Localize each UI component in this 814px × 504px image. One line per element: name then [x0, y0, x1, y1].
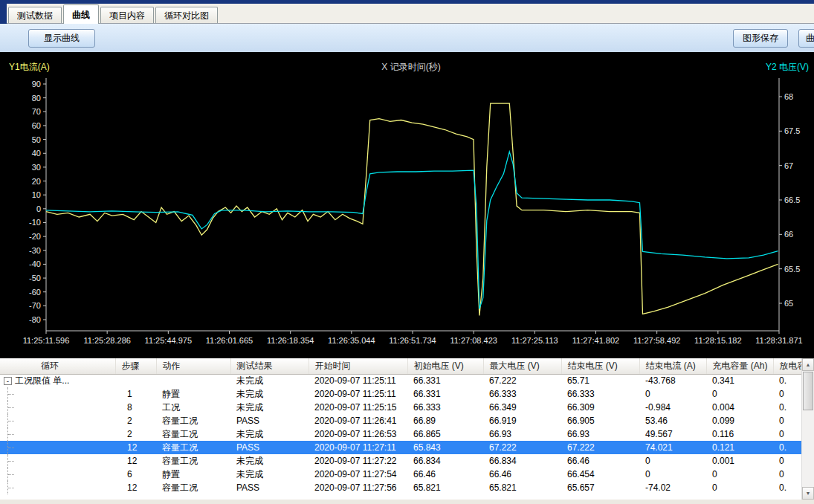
down-arrow-icon: ▼ [806, 491, 811, 496]
tab-cycle-comparison[interactable]: 循环对比图 [155, 7, 218, 23]
table-cell: 0 [706, 468, 773, 481]
tree-connector [7, 414, 15, 427]
table-cell: 2020-09-07 11:25:15 [309, 401, 407, 414]
x-tick-label: 11:25:28.286 [83, 336, 130, 345]
table-cell: 2020-09-07 11:26:41 [309, 414, 407, 427]
table-cell: 67.222 [561, 441, 639, 454]
table-cell: 容量工况 [156, 481, 230, 494]
table-row[interactable]: 12容量工况PASS2020-09-07 11:27:5665.82165.82… [0, 481, 814, 494]
table-cell: 2 [115, 427, 156, 441]
x-tick-label: 11:27:41.802 [572, 336, 619, 345]
table-cell: 66.834 [483, 454, 561, 468]
table-cell: 未完成 [230, 374, 309, 387]
table-cell: 0.004 [706, 401, 773, 414]
vertical-scrollbar[interactable]: ▲ ▼ [801, 358, 814, 500]
table-cell: 53.46 [639, 414, 706, 427]
column-header[interactable]: 结束电压 (V) [561, 358, 639, 374]
table-cell: 8 [115, 401, 156, 414]
table-cell: 2020-09-07 11:25:11 [309, 387, 407, 401]
table-row[interactable]: 1静置未完成2020-09-07 11:25:1166.33166.33366.… [0, 387, 814, 401]
tree-connector [7, 441, 15, 454]
window-bottom-edge [0, 500, 814, 504]
table-cell: 65.821 [407, 481, 483, 494]
table-row[interactable]: 12容量工况PASS2020-09-07 11:27:1165.84367.22… [0, 441, 814, 454]
tab-project-content[interactable]: 项目内容 [100, 7, 154, 23]
scrollbar-thumb[interactable] [803, 372, 813, 410]
y2-tick-label: 66.5 [784, 196, 800, 204]
scroll-up-button[interactable]: ▲ [802, 358, 814, 371]
column-header[interactable]: 测试结果 [230, 358, 309, 374]
column-header[interactable]: 动作 [156, 358, 230, 374]
y1-tick-label: 20 [32, 177, 41, 186]
column-header[interactable]: 最大电压 (V) [483, 358, 561, 374]
column-header[interactable]: 充电容量 (Ah) [706, 358, 773, 374]
column-header[interactable]: 结束电流 (A) [639, 358, 706, 374]
table-cell: PASS [230, 414, 309, 427]
step-results-panel: 循环步骤动作测试结果开始时间初始电压 (V)最大电压 (V)结束电压 (V)结束… [0, 358, 814, 504]
table-cell [0, 427, 115, 441]
save-graphic-button[interactable]: 图形保存 [733, 29, 788, 48]
column-header[interactable]: 步骤 [115, 358, 156, 374]
x-axis-title: X 记录时间(秒) [381, 62, 440, 72]
table-cell: 66.331 [407, 374, 483, 387]
y2-tick-label: 66 [784, 230, 793, 239]
x-tick-label: 11:25:11.596 [23, 336, 70, 345]
y1-tick-label: -60 [29, 288, 41, 297]
tab-curve[interactable]: 曲线 [63, 4, 99, 24]
table-cell: 0.341 [706, 374, 773, 387]
table-cell: 66.834 [407, 454, 483, 468]
table-cell: 66.46 [561, 454, 639, 468]
table-row[interactable]: 2容量工况未完成2020-09-07 11:26:5366.86566.9366… [0, 427, 814, 441]
column-header[interactable]: 开始时间 [309, 358, 407, 374]
table-row[interactable]: 2容量工况PASS2020-09-07 11:26:4166.8966.9196… [0, 414, 814, 427]
y1-tick-label: -70 [29, 301, 41, 310]
table-cell: 66.331 [407, 387, 483, 401]
table-cell: 0.001 [706, 454, 773, 468]
show-curve-button[interactable]: 显示曲线 [28, 29, 95, 48]
window-left-edge [0, 0, 7, 24]
x-tick-label: 11:25:44.975 [145, 336, 192, 345]
y2-tick-label: 65 [784, 299, 793, 308]
table-cell: 66.46 [483, 468, 561, 481]
table-cell: 未完成 [230, 387, 309, 401]
table-cell: 67.222 [483, 374, 561, 387]
table-cell: 65.821 [483, 481, 561, 494]
table-row[interactable]: -工况限值 单...未完成2020-09-07 11:25:1166.33167… [0, 374, 814, 387]
scroll-down-button[interactable]: ▼ [802, 487, 814, 500]
table-cell: 12 [115, 441, 156, 454]
table-row[interactable]: 8工况未完成2020-09-07 11:25:1566.33366.34966.… [0, 401, 814, 414]
y2-axis-label: Y2 电压(V) [766, 62, 809, 72]
save-curve-button-clipped[interactable]: 曲 [798, 29, 814, 48]
table-cell: 未完成 [230, 427, 309, 441]
y2-tick-label: 65.5 [784, 265, 800, 274]
y1-tick-label: 10 [32, 190, 41, 199]
table-cell: 静置 [156, 387, 230, 401]
x-tick-label: 11:28:15.182 [694, 336, 741, 345]
collapse-toggle-icon[interactable]: - [4, 377, 12, 385]
table-cell: 容量工况 [156, 414, 230, 427]
x-tick-label: 11:26:01.665 [206, 336, 253, 345]
y1-tick-label: 80 [32, 94, 41, 103]
table-cell [0, 441, 115, 454]
table-cell: 66.333 [407, 401, 483, 414]
column-header[interactable]: 初始电压 (V) [407, 358, 483, 374]
tab-test-data[interactable]: 测试数据 [8, 7, 62, 23]
x-tick-label: 11:28:31.871 [755, 336, 802, 345]
column-header[interactable]: 循环 [0, 358, 115, 374]
table-cell: 67.222 [483, 441, 561, 454]
curve-chart: Y1电流(A) X 记录时间(秒) Y2 电压(V) 9080706050403… [0, 52, 814, 358]
chart-area: Y1电流(A) X 记录时间(秒) Y2 电压(V) 9080706050403… [0, 52, 814, 358]
table-row[interactable]: 6静置未完成2020-09-07 11:27:5466.4666.4666.45… [0, 468, 814, 481]
table-cell: -74.02 [639, 481, 706, 494]
table-cell: 74.021 [639, 441, 706, 454]
table-cell: -工况限值 单... [0, 374, 115, 387]
table-cell: 65.71 [561, 374, 639, 387]
table-row[interactable]: 12容量工况未完成2020-09-07 11:27:2266.83466.834… [0, 454, 814, 468]
table-cell: 6 [115, 468, 156, 481]
table-cell: 2 [115, 414, 156, 427]
y1-tick-label: 0 [36, 204, 41, 213]
y1-tick-label: -10 [29, 218, 41, 227]
table-cell: 0.121 [706, 441, 773, 454]
table-cell: 66.93 [483, 427, 561, 441]
table-cell: 未完成 [230, 401, 309, 414]
